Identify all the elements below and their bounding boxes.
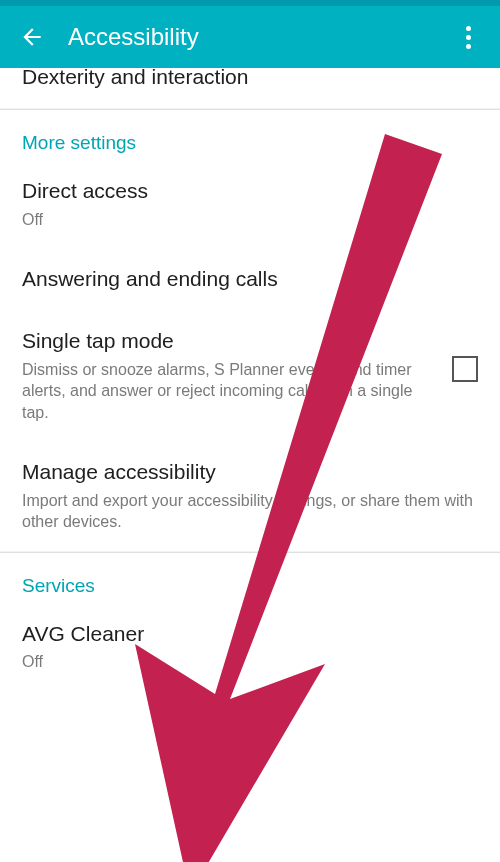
setting-title: Dexterity and interaction [22,68,478,90]
setting-title: Manage accessibility [22,459,478,485]
setting-title: Single tap mode [22,328,434,354]
setting-answering-ending-calls[interactable]: Answering and ending calls [0,248,500,310]
arrow-left-icon [19,24,45,50]
setting-single-tap-mode[interactable]: Single tap mode Dismiss or snooze alarms… [0,310,500,441]
more-vertical-icon [466,26,471,49]
setting-title: AVG Cleaner [22,621,478,647]
setting-direct-access[interactable]: Direct access Off [0,160,500,248]
setting-title: Answering and ending calls [22,266,478,292]
back-button[interactable] [14,19,50,55]
action-bar: Accessibility [0,6,500,68]
setting-subtitle: Off [22,651,478,673]
setting-title: Direct access [22,178,478,204]
setting-dexterity-interaction[interactable]: Dexterity and interaction [0,68,500,108]
setting-subtitle: Off [22,209,478,231]
setting-manage-accessibility[interactable]: Manage accessibility Import and export y… [0,441,500,550]
setting-avg-cleaner[interactable]: AVG Cleaner Off [0,603,500,691]
setting-subtitle: Dismiss or snooze alarms, S Planner even… [22,359,434,424]
overflow-menu-button[interactable] [450,19,486,55]
content-area: Dexterity and interaction More settings … [0,68,500,862]
page-title: Accessibility [68,23,450,51]
single-tap-checkbox[interactable] [452,356,478,382]
section-services: Services [0,553,500,603]
setting-subtitle: Import and export your accessibility set… [22,490,478,533]
section-more-settings: More settings [0,110,500,160]
